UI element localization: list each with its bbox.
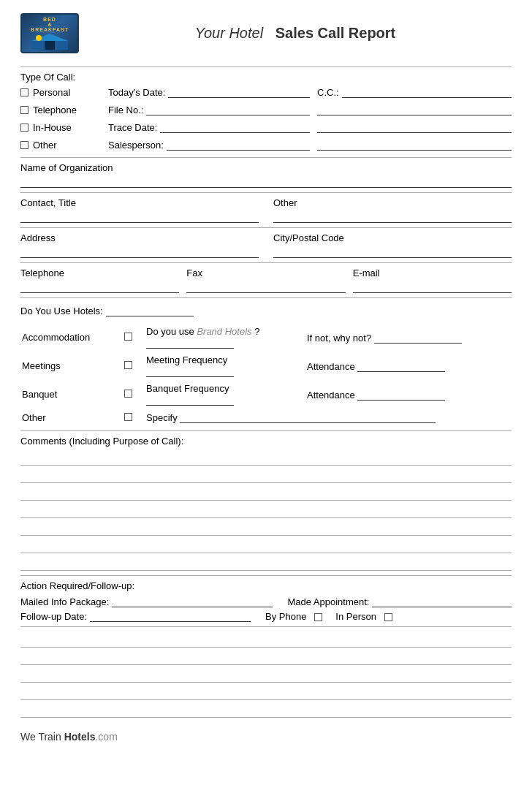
- footer-bold: Hotels: [64, 731, 96, 743]
- meeting-freq-input[interactable]: [146, 365, 234, 377]
- footer: We Train Hotels.com: [20, 731, 512, 743]
- if-not-cell: If not, why not?: [305, 323, 512, 352]
- comment-line-3[interactable]: [20, 485, 512, 501]
- comment-line-2[interactable]: [20, 467, 512, 483]
- salesperson-field: Salesperson:: [108, 137, 310, 153]
- telephone-checkbox[interactable]: [20, 106, 28, 114]
- followup-date-label: Follow-up Date:: [20, 611, 87, 622]
- salesperson-input[interactable]: [167, 139, 310, 151]
- trace-date-input[interactable]: [160, 121, 310, 133]
- by-phone-checkbox[interactable]: [314, 613, 322, 621]
- do-you-use-brand-cell: Do you use Brand Hotels ?: [145, 323, 305, 352]
- do-you-use-input[interactable]: [106, 305, 194, 316]
- cc-field: C.C.:: [310, 84, 512, 100]
- file-no-input[interactable]: [146, 104, 310, 115]
- email-input[interactable]: [353, 280, 512, 293]
- trace-extra-input[interactable]: [317, 121, 512, 133]
- contact-title-input[interactable]: [20, 210, 259, 223]
- personal-label: Personal: [33, 87, 70, 98]
- title-bold: Sales Call Report: [276, 25, 396, 41]
- other-checkbox[interactable]: [20, 141, 28, 149]
- banquet-checkbox[interactable]: [124, 390, 132, 398]
- telephone-input[interactable]: [20, 280, 179, 293]
- attendance-cell-1: Attendance: [305, 352, 512, 380]
- banquet-freq-input[interactable]: [146, 394, 234, 406]
- section-divider-1: [20, 157, 512, 158]
- city-postal-input[interactable]: [273, 245, 512, 258]
- telephone-label: Telephone: [33, 105, 77, 115]
- question-mark: ?: [254, 326, 259, 337]
- trace-date-field: Trace Date:: [108, 119, 310, 135]
- todays-date-label: Today's Date:: [108, 87, 165, 98]
- by-phone-inline: By Phone In Person: [265, 611, 392, 622]
- todays-date-input[interactable]: [168, 86, 310, 98]
- extra-line-1[interactable]: [20, 631, 512, 648]
- address-block: Address: [20, 232, 259, 258]
- section-divider-7: [20, 575, 512, 576]
- meetings-checkbox[interactable]: [124, 361, 132, 369]
- other-input[interactable]: [273, 210, 512, 223]
- fax-input[interactable]: [186, 280, 345, 293]
- mailed-made-row: Mailed Info Package: Made Appointment:: [20, 596, 512, 607]
- action-section: Action Required/Follow-up: Mailed Info P…: [20, 580, 512, 622]
- banquet-freq-cell: Banquet Frequency: [145, 380, 305, 409]
- inhouse-label: In-House: [33, 122, 72, 133]
- comment-line-7[interactable]: [20, 555, 512, 571]
- hotel-logo: BED & BREAKFAST: [20, 13, 79, 53]
- comment-line-5[interactable]: [20, 520, 512, 536]
- extra-line-5[interactable]: [20, 702, 512, 718]
- extra-line-4[interactable]: [20, 684, 512, 700]
- svg-point-3: [36, 35, 42, 41]
- meeting-freq-label: Meeting Frequency: [146, 354, 227, 365]
- logo-line1: BED: [43, 17, 56, 22]
- specify-label: Specify: [146, 412, 178, 423]
- comment-line-4[interactable]: [20, 502, 512, 518]
- contact-other-section: Contact, Title Other: [20, 197, 512, 223]
- contact-title-label: Contact, Title: [20, 197, 259, 208]
- telephone-label: Telephone: [20, 268, 179, 278]
- footer-com: .com: [95, 731, 117, 743]
- attendance-input-1[interactable]: [357, 360, 445, 372]
- do-you-use-brand-label: Do you use: [146, 326, 194, 337]
- salesperson-extra-input[interactable]: [317, 139, 512, 151]
- made-appt-input[interactable]: [372, 596, 512, 607]
- section-divider-6: [20, 430, 512, 431]
- if-not-input[interactable]: [374, 332, 462, 344]
- followup-date-input[interactable]: [90, 610, 251, 622]
- page-title: Your Hotel Sales Call Report: [79, 25, 512, 42]
- personal-checkbox[interactable]: [20, 88, 28, 96]
- do-you-use-section: Do You Use Hotels:: [20, 303, 512, 319]
- other2-checkbox[interactable]: [124, 413, 132, 421]
- cc-extra-input[interactable]: [317, 104, 512, 115]
- in-person-checkbox[interactable]: [384, 613, 392, 621]
- other-label: Other: [33, 140, 57, 151]
- logo-graphic: [31, 34, 68, 50]
- inhouse-checkbox[interactable]: [20, 124, 28, 132]
- services-table: Accommodation Do you use Brand Hotels ? …: [20, 323, 512, 426]
- org-input[interactable]: [20, 175, 512, 188]
- salesperson-label: Salesperson:: [108, 140, 164, 151]
- call-row-4: Other Salesperson:: [20, 137, 512, 153]
- accommodation-checkbox[interactable]: [124, 333, 132, 341]
- svg-rect-2: [45, 41, 55, 50]
- specify-input[interactable]: [180, 411, 436, 423]
- comment-line-1[interactable]: [20, 449, 512, 466]
- comment-line-6[interactable]: [20, 537, 512, 553]
- brand-answer-input[interactable]: [146, 337, 234, 349]
- fax-block: Fax: [186, 268, 345, 293]
- mailed-info-input[interactable]: [112, 596, 273, 607]
- cc-input[interactable]: [342, 86, 512, 98]
- comments-lines: [20, 449, 512, 571]
- city-postal-block: City/Postal Code: [273, 232, 512, 258]
- banquet-row: Banquet Banquet Frequency Attendance: [20, 380, 512, 409]
- address-section: Address City/Postal Code: [20, 232, 512, 258]
- extra-line-2[interactable]: [20, 649, 512, 665]
- accommodation-row: Accommodation Do you use Brand Hotels ? …: [20, 323, 512, 352]
- attendance-input-2[interactable]: [357, 389, 445, 401]
- if-not-label: If not, why not?: [307, 333, 371, 344]
- extra-line-3[interactable]: [20, 667, 512, 683]
- comments-label: Comments (Including Purpose of Call):: [20, 436, 512, 447]
- banquet-label: Banquet: [20, 380, 123, 409]
- tel-fax-email-section: Telephone Fax E-mail: [20, 268, 512, 293]
- address-input[interactable]: [20, 245, 259, 258]
